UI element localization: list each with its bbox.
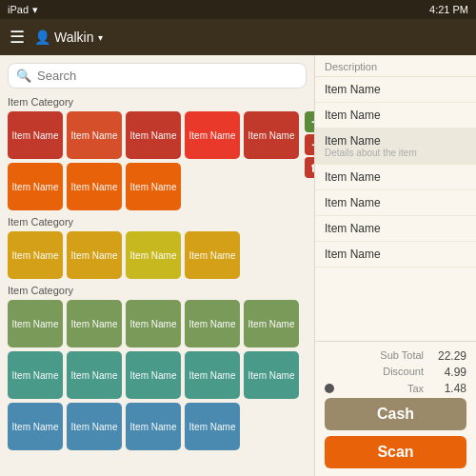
user-info[interactable]: 👤 Walkin ▾ (34, 30, 103, 45)
item-button-1-0-0[interactable]: Item Name (8, 231, 63, 279)
search-input[interactable] (37, 69, 298, 83)
item-button-2-0-1[interactable]: Item Name (67, 300, 122, 347)
item-grid-0-1: Item NameItem NameItem Name (8, 163, 307, 210)
item-button-2-2-3[interactable]: Item Name (185, 403, 240, 450)
status-time: 4:21 PM (429, 4, 468, 15)
item-grid-2-1: Item NameItem NameItem NameItem NameItem… (8, 351, 307, 399)
order-summary: Sub Total 22.29 Discount 4.99 Tax 1.48 C… (315, 341, 476, 476)
right-panel: Description Item NameItem NameItem NameD… (314, 55, 476, 476)
tax-label-wrap: Tax (325, 383, 424, 394)
category-label-2: Item Category (8, 285, 307, 296)
order-item-name: Item Name (325, 170, 466, 184)
category-label-1: Item Category (8, 216, 307, 228)
item-button-1-0-3[interactable]: Item Name (185, 231, 240, 279)
order-list: Description Item NameItem NameItem NameD… (315, 55, 476, 341)
order-item[interactable]: Item Name (315, 165, 476, 190)
item-button-0-1-2[interactable]: Item Name (126, 163, 181, 210)
device-label: iPad (8, 4, 29, 15)
search-icon: 🔍 (16, 69, 31, 83)
app-header: ☰ 👤 Walkin ▾ (0, 19, 476, 55)
item-button-2-0-0[interactable]: Item Name (8, 300, 63, 347)
item-button-2-2-1[interactable]: Item Name (67, 403, 122, 450)
item-button-2-1-2[interactable]: Item Name (126, 351, 181, 399)
tax-value: 1.48 (424, 382, 466, 395)
order-item[interactable]: Item Name (315, 190, 476, 216)
order-item-desc: Details about the item (325, 148, 466, 158)
order-item[interactable]: Item Name (315, 103, 476, 129)
subtotal-label: Sub Total (325, 349, 424, 363)
chevron-down-icon: ▾ (98, 32, 103, 43)
hamburger-icon[interactable]: ☰ (10, 27, 25, 48)
cash-button[interactable]: Cash (325, 398, 466, 430)
item-button-1-0-2[interactable]: Item Name (126, 231, 181, 279)
order-item-name: Item Name (325, 248, 466, 261)
subtotal-value: 22.29 (424, 349, 466, 363)
item-button-0-0-1[interactable]: Item Name (67, 111, 122, 159)
item-button-0-1-1[interactable]: Item Name (67, 163, 122, 210)
order-item[interactable]: Item NameDetails about the item (315, 129, 476, 165)
order-item-name: Item Name (325, 196, 466, 209)
order-list-header: Description (315, 55, 476, 77)
item-button-0-1-0[interactable]: Item Name (8, 163, 63, 210)
item-grid-0-0: Item NameItem NameItem NameItem NameItem… (8, 111, 307, 159)
tax-dot-icon (325, 384, 334, 393)
item-button-1-0-1[interactable]: Item Name (67, 231, 122, 279)
order-item[interactable]: Item Name (315, 242, 476, 268)
order-item[interactable]: Item Name (315, 77, 476, 103)
wifi-icon: ▾ (32, 4, 38, 16)
increase-qty-button[interactable]: + (305, 111, 314, 132)
item-button-2-1-0[interactable]: Item Name (8, 351, 63, 399)
item-controls: +−🗑 (305, 111, 314, 178)
item-button-2-0-2[interactable]: Item Name (126, 300, 181, 347)
discount-label: Discount (325, 366, 424, 379)
tax-row: Tax 1.48 (325, 382, 466, 395)
item-button-2-2-2[interactable]: Item Name (126, 403, 181, 450)
user-icon: 👤 (34, 30, 50, 45)
item-button-2-1-1[interactable]: Item Name (67, 351, 122, 399)
order-items: Item NameItem NameItem NameDetails about… (315, 77, 476, 268)
item-button-0-0-0[interactable]: Item Name (8, 111, 63, 159)
item-button-2-0-3[interactable]: Item Name (185, 300, 240, 347)
item-grid-2-0: Item NameItem NameItem NameItem NameItem… (8, 300, 307, 347)
item-button-2-2-0[interactable]: Item Name (8, 403, 63, 450)
item-grid-1-0: Item NameItem NameItem NameItem Name (8, 231, 307, 279)
delete-item-button[interactable]: 🗑 (305, 157, 314, 178)
status-bar: iPad ▾ 4:21 PM (0, 0, 476, 19)
order-item-name: Item Name (325, 83, 466, 96)
item-button-2-1-3[interactable]: Item Name (185, 351, 240, 399)
scan-button[interactable]: Scan (325, 436, 466, 468)
search-bar[interactable]: 🔍 (8, 63, 307, 89)
subtotal-row: Sub Total 22.29 (325, 349, 466, 363)
tax-label: Tax (338, 383, 424, 394)
item-grid-2-2: Item NameItem NameItem NameItem Name (8, 403, 307, 450)
status-left: iPad ▾ (8, 4, 38, 16)
item-button-0-0-4[interactable]: Item Name+−🗑 (244, 111, 299, 159)
item-button-0-0-3[interactable]: Item Name (185, 111, 240, 159)
item-button-2-0-4[interactable]: Item Name (244, 300, 299, 347)
order-item-name: Item Name (325, 222, 466, 235)
user-name: Walkin (54, 30, 94, 45)
discount-value: 4.99 (424, 366, 466, 379)
item-button-2-1-4[interactable]: Item Name (244, 351, 299, 399)
main-layout: 🔍 Item CategoryItem NameItem NameItem Na… (0, 55, 476, 476)
categories-container: Item CategoryItem NameItem NameItem Name… (8, 96, 307, 450)
left-panel: 🔍 Item CategoryItem NameItem NameItem Na… (0, 55, 314, 476)
order-item-name: Item Name (325, 134, 466, 148)
order-item-name: Item Name (325, 109, 466, 122)
item-button-0-0-2[interactable]: Item Name (126, 111, 181, 159)
category-label-0: Item Category (8, 96, 307, 108)
discount-row: Discount 4.99 (325, 366, 466, 379)
decrease-qty-button[interactable]: − (305, 134, 314, 155)
order-item[interactable]: Item Name (315, 216, 476, 242)
